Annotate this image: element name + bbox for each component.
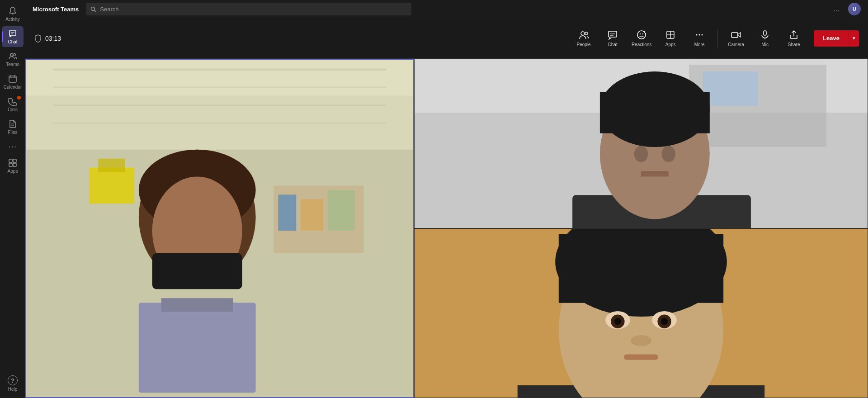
sidebar-item-teams[interactable]: Teams <box>2 49 24 70</box>
calls-icon <box>8 97 17 106</box>
files-icon <box>8 119 17 128</box>
chat-toolbar-button[interactable]: Chat <box>600 24 625 53</box>
apps-toolbar-label: Apps <box>665 42 676 47</box>
sidebar-item-files-label: Files <box>8 130 17 135</box>
svg-rect-47 <box>161 298 233 312</box>
mic-button[interactable]: Mic <box>752 24 778 53</box>
svg-point-22 <box>640 33 641 34</box>
timer-display: 03:13 <box>45 35 61 42</box>
sidebar-item-apps[interactable]: Apps <box>2 156 24 176</box>
apps-nav-icon <box>8 158 17 167</box>
sidebar-item-calls[interactable]: Calls <box>2 94 24 115</box>
main-video <box>25 59 414 398</box>
sidebar-item-teams-label: Teams <box>6 62 19 67</box>
svg-point-2 <box>10 53 13 56</box>
meeting-timer: 03:13 <box>34 34 61 43</box>
more-toolbar-button[interactable]: More <box>687 24 712 53</box>
main-video-canvas <box>26 60 413 397</box>
teams-icon <box>8 52 17 61</box>
svg-rect-4 <box>9 76 16 82</box>
title-actions: ... U <box>830 3 861 15</box>
search-placeholder: Search <box>100 6 118 13</box>
sidebar-item-calendar-label: Calendar <box>4 85 22 90</box>
sidebar-item-files[interactable]: Files <box>2 117 24 137</box>
svg-rect-64 <box>641 171 669 176</box>
reactions-label: Reactions <box>632 42 651 47</box>
svg-point-79 <box>614 318 621 325</box>
people-icon <box>578 29 589 40</box>
title-bar: Microsoft Teams Search ... U <box>25 0 868 18</box>
help-icon: ? <box>8 375 18 385</box>
sidebar-item-activity-label: Activity <box>5 17 20 22</box>
more-dots-icon: ··· <box>8 142 17 151</box>
calendar-icon <box>8 74 17 83</box>
svg-rect-37 <box>53 86 387 88</box>
sidebar-item-more-nav[interactable]: ··· <box>2 139 24 154</box>
svg-rect-30 <box>731 33 738 38</box>
toolbar-actions: People Chat <box>571 24 859 53</box>
user-avatar[interactable]: U <box>848 3 861 15</box>
svg-point-81 <box>631 335 651 346</box>
svg-point-23 <box>642 33 643 34</box>
svg-line-15 <box>94 10 96 12</box>
svg-rect-82 <box>624 355 658 360</box>
svg-rect-46 <box>139 303 256 393</box>
svg-rect-35 <box>26 60 413 95</box>
app-title: Microsoft Teams <box>33 6 79 13</box>
svg-rect-61 <box>600 92 710 133</box>
sidebar-item-activity[interactable]: Activity <box>2 4 24 24</box>
sidebar-item-calls-label: Calls <box>8 107 18 112</box>
sidebar: Activity Chat Teams <box>0 0 25 398</box>
chat-icon <box>8 29 17 38</box>
svg-point-14 <box>91 7 95 10</box>
people-button[interactable]: People <box>571 24 596 53</box>
title-more-button[interactable]: ... <box>830 3 843 15</box>
leave-button[interactable]: Leave <box>814 30 849 47</box>
search-icon <box>90 6 96 12</box>
camera-icon <box>731 29 741 40</box>
reactions-icon <box>636 29 647 40</box>
more-toolbar-label: More <box>694 42 705 47</box>
toolbar-divider <box>717 29 718 47</box>
svg-rect-49 <box>278 194 296 231</box>
mic-icon <box>760 29 770 40</box>
share-icon <box>788 29 799 40</box>
leave-dropdown-button[interactable]: ▾ <box>849 30 859 47</box>
camera-label: Camera <box>728 42 744 47</box>
more-toolbar-icon <box>694 29 705 40</box>
svg-point-62 <box>634 146 648 162</box>
apps-toolbar-icon <box>665 29 676 40</box>
svg-rect-73 <box>600 306 634 310</box>
share-button[interactable]: Share <box>781 24 807 53</box>
reactions-button[interactable]: Reactions <box>629 24 654 53</box>
camera-button[interactable]: Camera <box>723 24 749 53</box>
share-label: Share <box>788 42 800 47</box>
svg-rect-41 <box>98 159 125 172</box>
search-bar[interactable]: Search <box>86 3 411 15</box>
svg-rect-72 <box>559 234 723 303</box>
svg-rect-31 <box>764 31 766 35</box>
people-label: People <box>577 42 591 47</box>
sidebar-item-help[interactable]: ? Help <box>2 373 24 394</box>
svg-rect-74 <box>648 306 682 310</box>
svg-rect-13 <box>13 163 16 166</box>
side-video-1-canvas <box>415 59 868 228</box>
chat-toolbar-label: Chat <box>608 42 618 47</box>
title-more-icon: ... <box>833 5 839 13</box>
sidebar-item-apps-label: Apps <box>8 169 18 174</box>
svg-point-17 <box>585 32 588 35</box>
side-video-1 <box>414 59 868 228</box>
svg-rect-50 <box>301 199 323 231</box>
svg-rect-12 <box>9 163 12 166</box>
svg-rect-56 <box>703 71 758 106</box>
apps-toolbar-button[interactable]: Apps <box>658 24 683 53</box>
video-grid <box>25 59 868 398</box>
svg-point-16 <box>581 32 585 35</box>
svg-point-63 <box>662 146 675 162</box>
svg-point-80 <box>661 318 668 325</box>
svg-rect-45 <box>152 253 242 289</box>
sidebar-item-calendar[interactable]: Calendar <box>2 71 24 92</box>
mic-label: Mic <box>761 42 769 47</box>
sidebar-item-chat[interactable]: Chat <box>2 26 24 47</box>
svg-rect-39 <box>53 123 387 124</box>
